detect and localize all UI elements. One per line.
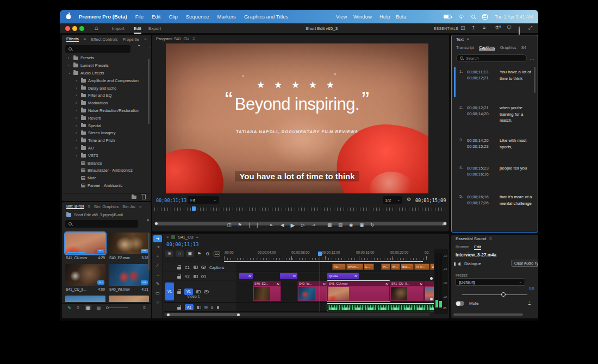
clip-options-badge[interactable]: ••• [97, 249, 104, 253]
text-panel-menu-icon[interactable]: ≡ [467, 37, 470, 42]
nest-toggle-icon[interactable]: ≋ [165, 250, 173, 257]
wifi-icon[interactable] [458, 14, 464, 19]
spotlight-icon[interactable] [471, 15, 475, 18]
zoom-slider[interactable] [106, 306, 128, 309]
snap-magnet-icon[interactable]: ∩ [176, 250, 184, 257]
timeline-settings-icon[interactable]: ⚙ [205, 252, 209, 256]
tab-edit[interactable]: Edit [134, 23, 141, 34]
tab-export[interactable]: Export [148, 23, 161, 34]
menu-beta[interactable]: Beta [396, 14, 407, 20]
razor-tool[interactable]: ∕ [152, 263, 163, 268]
menu-markers[interactable]: Markers [217, 14, 236, 20]
caption-clip[interactable]: when... [346, 263, 363, 270]
extract-icon[interactable]: ▤ [338, 222, 342, 228]
tab-import[interactable]: Import [112, 23, 124, 34]
es-scrollbar[interactable] [453, 313, 523, 316]
lock-icon[interactable] [177, 291, 181, 294]
video-clip[interactable]: S40_W...fx [297, 281, 327, 302]
close-tab-icon[interactable]: × [166, 235, 169, 240]
clip-options-badge[interactable]: ••• [141, 249, 148, 253]
caption-clip[interactable]: L... [364, 263, 374, 270]
bin-item[interactable]: ••• S41_CU_9...4:00 [65, 264, 105, 291]
tab-effects[interactable]: Effects [66, 36, 79, 42]
volume-slider-track[interactable] [462, 294, 527, 295]
bin-item[interactable]: ••• S41_CU.mov4:29 [65, 233, 105, 260]
graphic-clip[interactable]: fx [280, 273, 297, 279]
comment-icon[interactable]: 🗨 [507, 25, 512, 30]
tree-item[interactable]: ›Special [62, 122, 151, 129]
bin-menu-icon[interactable]: ≡ [143, 305, 146, 310]
essential-sound-title[interactable]: Essential Sound [456, 236, 486, 241]
filmstrip-view-icon[interactable]: ▤ [97, 305, 101, 310]
more-panels-icon[interactable]: » [144, 37, 146, 42]
apple-menu-icon[interactable] [66, 14, 71, 19]
lock-icon[interactable] [177, 307, 181, 310]
battery-icon[interactable] [444, 15, 451, 18]
solo-track-button[interactable]: S [211, 305, 214, 309]
tree-item-effect[interactable]: Balance [62, 159, 151, 167]
mute-track-button[interactable]: M [204, 305, 208, 309]
workspace-label[interactable]: ESSENTIALS [434, 23, 458, 34]
audio-clip-selected[interactable] [327, 304, 441, 311]
timeline-timecode[interactable]: 00;00;11;13 [166, 242, 199, 247]
tab-es-edit[interactable]: Edit [474, 244, 481, 250]
beta-feedback-icon[interactable]: ⚗ [495, 25, 499, 30]
menu-help[interactable]: Help [379, 14, 390, 20]
tree-item[interactable]: ›AU [62, 145, 151, 152]
program-video-frame[interactable]: × × ★ ★ ★ ★ ★ “ Beyond inspiring. ” TATI… [166, 43, 428, 193]
delete-icon[interactable] [142, 195, 146, 199]
clip-options-badge[interactable]: ••• [97, 280, 104, 285]
captions-search[interactable] [456, 54, 527, 62]
menu-graphics-titles[interactable]: Graphics and Titles [244, 14, 288, 20]
track-badge-icon[interactable] [194, 275, 198, 278]
playback-resolution-dropdown[interactable]: 1/2⌄ [383, 196, 402, 204]
go-to-out-icon[interactable]: ⇥ [312, 222, 315, 228]
video-clip-selected[interactable]: S41_CU.movfx [327, 281, 390, 302]
pen-tool[interactable]: ✎ [152, 281, 163, 286]
list-icon[interactable]: ≡ [483, 25, 485, 30]
settings-wrench-icon[interactable]: ⚙ [407, 197, 411, 202]
caption-clip[interactable]: At le... [414, 263, 429, 270]
monitor-ruler[interactable] [154, 208, 447, 211]
menu-file[interactable]: File [135, 14, 144, 20]
workspace-icon[interactable]: ◫ [460, 25, 465, 30]
add-button-icon[interactable]: + [441, 221, 445, 227]
fit-dropdown[interactable]: Fit⌄ [188, 196, 219, 204]
thumbnail-view-icon[interactable]: ▦ [85, 305, 91, 310]
sequence-tab[interactable]: S41_CU [178, 235, 193, 240]
rectangle-tool[interactable]: ▭ [152, 291, 163, 296]
caption-clip[interactable]: Yo... [332, 263, 346, 270]
linked-selection-icon[interactable]: ▣ [186, 250, 194, 257]
caption-clip[interactable]: But... [401, 263, 414, 270]
bin-panel-menu-icon[interactable]: ≡ [88, 204, 91, 209]
new-bin-icon[interactable] [132, 196, 136, 199]
text-panel-title[interactable]: Text [456, 37, 464, 42]
slip-tool[interactable]: ↔ [152, 272, 163, 277]
fullscreen-icon[interactable]: ⤢ [528, 25, 532, 31]
caption-clip[interactable]: th... [381, 263, 390, 270]
tree-item[interactable]: ⌄Audio Effects [62, 70, 151, 77]
tree-item-effect[interactable]: Binauralizer - Ambisonics [62, 167, 151, 174]
mute-toggle[interactable] [456, 301, 464, 306]
selection-tool[interactable]: ➔ [153, 235, 162, 242]
tree-item[interactable]: ›Noise Reduction/Restoration [62, 107, 151, 115]
list-view-icon[interactable]: ≡ [77, 305, 80, 310]
timeline-playhead-line[interactable] [320, 254, 320, 312]
more-panels-icon[interactable]: » [139, 204, 141, 209]
caption-clip[interactable]: th... [391, 263, 400, 270]
zoom-window-button[interactable] [79, 26, 84, 31]
bin-item[interactable] [65, 296, 105, 302]
tab-graphics[interactable]: Graphics [500, 45, 516, 50]
captions-more-icon[interactable]: ... [530, 56, 535, 61]
track-name[interactable]: V2 [185, 274, 190, 278]
go-to-in-icon[interactable]: ⇤ [270, 222, 274, 228]
track-target-v1[interactable]: V1 [184, 288, 193, 295]
video-clip[interactable]: S41_CU_9...fx [390, 281, 424, 302]
work-area-bar[interactable] [224, 261, 423, 262]
share-icon[interactable]: ↥ [471, 25, 476, 30]
graphic-clip[interactable]: fx [239, 273, 253, 279]
menu-view[interactable]: View [336, 14, 347, 20]
video-clip[interactable]: S40_E2...fx [253, 281, 281, 302]
tab-properties[interactable]: Propertie [123, 37, 139, 42]
pen-tool-icon[interactable]: ✎ [67, 305, 72, 311]
